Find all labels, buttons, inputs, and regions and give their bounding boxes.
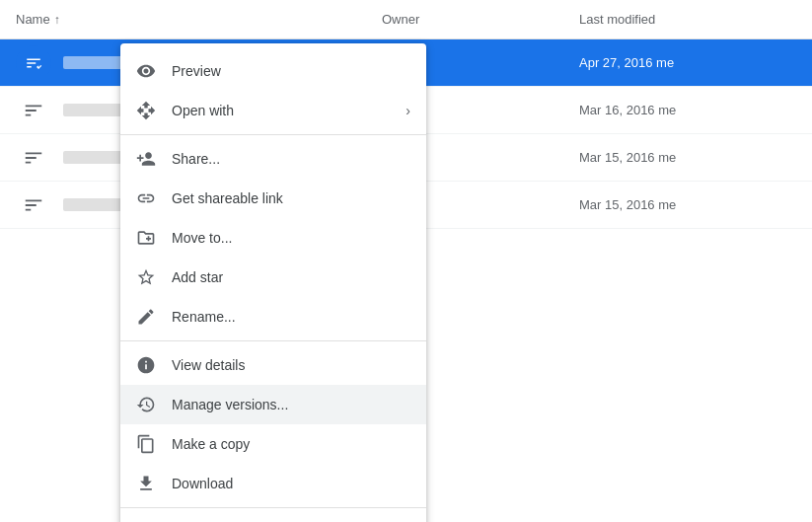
menu-item-preview[interactable]: Preview	[120, 51, 426, 91]
download-icon	[136, 474, 156, 493]
menu-item-open-with[interactable]: Open with ›	[120, 91, 426, 130]
menu-move-label: Move to...	[172, 230, 410, 246]
menu-get-link-label: Get shareable link	[172, 190, 410, 206]
column-header-owner: Owner	[382, 12, 579, 27]
file-icon	[16, 93, 51, 128]
file-icon	[16, 45, 51, 81]
menu-manage-versions-label: Manage versions...	[172, 397, 410, 412]
file-icon	[16, 187, 51, 223]
eye-icon	[136, 61, 156, 81]
submenu-arrow-icon: ›	[406, 103, 410, 118]
menu-share-label: Share...	[172, 151, 410, 167]
menu-view-details-label: View details	[172, 357, 410, 373]
link-icon	[136, 188, 156, 208]
menu-item-rename[interactable]: Rename...	[120, 297, 426, 336]
file-modified-cell: Apr 27, 2016 me	[579, 55, 796, 70]
menu-item-move-to[interactable]: Move to...	[120, 218, 426, 258]
file-icon	[16, 140, 51, 176]
share-person-icon	[136, 149, 156, 169]
menu-add-star-label: Add star	[172, 269, 410, 285]
column-header-modified: Last modified	[579, 12, 796, 27]
menu-divider-3	[120, 507, 426, 508]
menu-divider-1	[120, 134, 426, 135]
sort-arrow-icon: ↑	[54, 13, 60, 27]
menu-item-get-link[interactable]: Get shareable link	[120, 179, 426, 218]
menu-preview-label: Preview	[172, 63, 410, 79]
move-icon	[136, 228, 156, 248]
info-icon	[136, 355, 156, 375]
context-menu: Preview Open with › Share... Get shareab…	[120, 43, 426, 522]
file-modified-cell: Mar 16, 2016 me	[579, 103, 796, 117]
star-icon	[136, 267, 156, 287]
column-header-name[interactable]: Name ↑	[16, 12, 382, 27]
menu-item-download[interactable]: Download	[120, 464, 426, 503]
table-header: Name ↑ Owner Last modified	[0, 0, 812, 39]
menu-rename-label: Rename...	[172, 309, 410, 325]
menu-open-with-label: Open with	[172, 103, 390, 118]
versions-icon	[136, 395, 156, 414]
rename-icon	[136, 307, 156, 327]
menu-item-share[interactable]: Share...	[120, 139, 426, 179]
menu-item-remove[interactable]: Remove	[120, 512, 426, 522]
open-with-icon	[136, 101, 156, 120]
menu-item-make-copy[interactable]: Make a copy	[120, 424, 426, 464]
menu-make-copy-label: Make a copy	[172, 436, 410, 452]
menu-item-manage-versions[interactable]: Manage versions...	[120, 385, 426, 424]
menu-item-add-star[interactable]: Add star	[120, 258, 426, 297]
copy-icon	[136, 434, 156, 454]
file-modified-cell: Mar 15, 2016 me	[579, 150, 796, 165]
menu-download-label: Download	[172, 476, 410, 491]
menu-divider-2	[120, 340, 426, 341]
menu-item-view-details[interactable]: View details	[120, 345, 426, 385]
file-modified-cell: Mar 15, 2016 me	[579, 197, 796, 212]
